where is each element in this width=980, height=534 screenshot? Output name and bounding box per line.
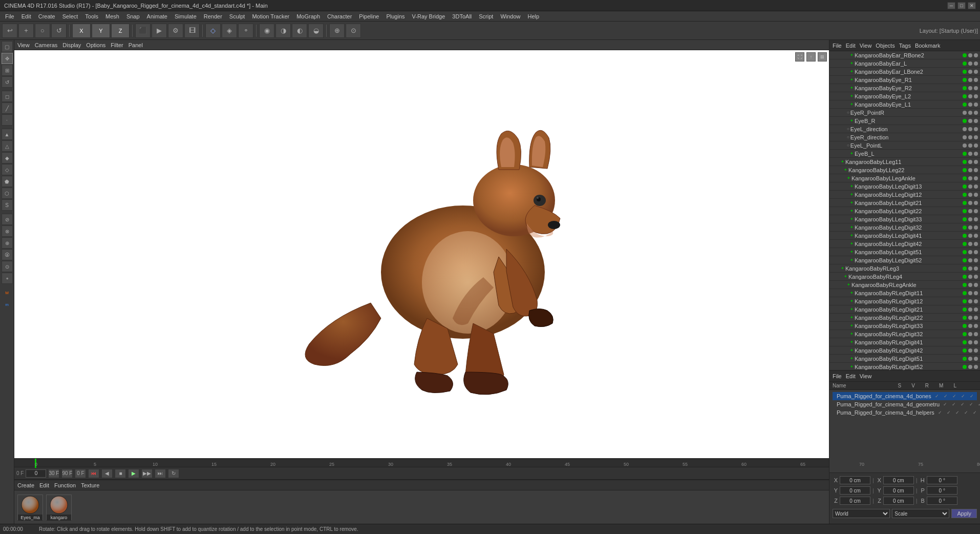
tool-maxon1[interactable]: M (2, 287, 13, 298)
tool-12[interactable]: ⊙ (2, 261, 13, 272)
coord-z-size[interactable] (883, 497, 914, 505)
vp-icon-grid[interactable]: ⊞ (818, 52, 827, 61)
extra-btn1[interactable]: ⊕ (329, 24, 345, 38)
coord-h-val[interactable] (927, 476, 957, 484)
rp-menu-view[interactable]: View (860, 43, 872, 49)
tool-rotate[interactable]: ↺ (2, 76, 13, 88)
tool-select[interactable]: ▢ (2, 41, 13, 52)
open-button[interactable]: ↺ (51, 24, 67, 38)
obj-row[interactable]: ✦KangarooBabyEye_L1 (829, 100, 980, 109)
vp-menu-cameras[interactable]: Cameras (35, 42, 58, 48)
tool-edge[interactable]: ╱ (2, 102, 13, 114)
viewport[interactable]: ⛶ ↑ ⊞ (14, 50, 829, 458)
menu-tools[interactable]: Tools (82, 12, 101, 20)
coord-mode-select[interactable]: Scale Move Rotate (892, 509, 949, 518)
frame-input[interactable] (26, 469, 46, 478)
coord-y-pos[interactable] (840, 486, 870, 495)
minimize-button[interactable]: ─ (947, 2, 955, 9)
menu-edit[interactable]: Edit (18, 12, 34, 20)
render-to-po-button[interactable]: 🎞 (184, 24, 200, 38)
paint-tool-button[interactable]: ◒ (308, 24, 324, 38)
scene-tool-button[interactable]: ◑ (275, 24, 291, 38)
obj-row[interactable]: ✦KangarooBabyRLegDigit22 (829, 314, 980, 322)
obj-row[interactable]: ✦KangarooBabyLLegDigit41 (829, 232, 980, 240)
obj-row[interactable]: ✦KangarooBabyLLegAnkle (829, 174, 980, 182)
menu-render[interactable]: Render (201, 12, 225, 20)
menu-simulate[interactable]: Simulate (172, 12, 200, 20)
vp-menu-panel[interactable]: Panel (129, 42, 143, 48)
rp-menu-objects[interactable]: Objects (876, 43, 894, 49)
menu-animate[interactable]: Animate (144, 12, 171, 20)
coord-x-pos[interactable] (840, 476, 870, 484)
obj-row[interactable]: ✦KangarooBabyEye_R1 (829, 76, 980, 84)
tool-1[interactable]: ▲ (2, 129, 13, 140)
menu-pipeline[interactable]: Pipeline (356, 12, 382, 20)
btn-startframe[interactable]: 0 F (75, 469, 86, 478)
model-mode-button[interactable]: ◇ (205, 24, 221, 38)
apply-button[interactable]: Apply (951, 509, 977, 518)
menu-character[interactable]: Character (324, 12, 355, 20)
obj-row[interactable]: ✦KangarooBabyRLegDigit51 (829, 355, 980, 363)
obj-row[interactable]: ✦KangarooBabyRLegAnkle (829, 281, 980, 289)
rp-menu-tags[interactable]: Tags (899, 43, 911, 49)
obj-row[interactable]: ○EyeR_direction (829, 133, 980, 141)
tool-maxon2[interactable]: m (2, 299, 13, 310)
tool-2[interactable]: △ (2, 140, 13, 152)
obj-row[interactable]: ✦KangarooBabyLLegDigit42 (829, 240, 980, 248)
rbot-item[interactable]: Puma_Rigged_for_cinema_4d_bones✓✓✓✓✓ (833, 392, 977, 400)
obj-row[interactable]: ✦KangarooBabyLLeg11 (829, 158, 980, 166)
obj-row[interactable]: ✦KangarooBabyRLegDigit21 (829, 305, 980, 314)
object-tool-button[interactable]: ◉ (259, 24, 274, 38)
menu-script[interactable]: Script (476, 12, 496, 20)
coord-x-size[interactable] (883, 476, 914, 484)
menu-v-ray-bridge[interactable]: V-Ray Bridge (409, 12, 449, 20)
obj-row[interactable]: ○EyeR_PointR (829, 109, 980, 117)
coord-space-select[interactable]: World Object Parent (833, 509, 890, 518)
menu-3dtoall[interactable]: 3DToAll (449, 12, 475, 20)
obj-row[interactable]: ○EyeL_PointL (829, 141, 980, 150)
tool-scale[interactable]: ⊞ (2, 65, 13, 76)
vp-menu-display[interactable]: Display (62, 42, 81, 48)
tool-poly[interactable]: ◻ (2, 91, 13, 102)
btn-record[interactable]: ⏮ (88, 469, 99, 478)
mat-menu-texture[interactable]: Texture (81, 482, 99, 488)
render-settings-button[interactable]: ⚙ (168, 24, 183, 38)
new-button[interactable]: ○ (35, 24, 50, 38)
obj-row[interactable]: ✦KangarooBabyEye_R2 (829, 84, 980, 92)
btn-play[interactable]: ▶ (128, 469, 139, 478)
obj-row[interactable]: ✦KangarooBabyRLegDigit11 (829, 289, 980, 297)
rbot-menu-file[interactable]: File (833, 373, 842, 379)
obj-row[interactable]: ✦KangarooBabyLLegDigit52 (829, 256, 980, 264)
menu-file[interactable]: File (2, 12, 17, 20)
coord-p-val[interactable] (927, 486, 957, 495)
btn-fps[interactable]: 30 F (48, 469, 59, 478)
obj-row[interactable]: ✦KangarooBabyLLegDigit13 (829, 182, 980, 191)
coord-b-val[interactable] (927, 497, 957, 505)
menu-select[interactable]: Select (59, 12, 81, 20)
obj-row[interactable]: ✦KangarooBabyRLegDigit41 (829, 338, 980, 346)
tool-3[interactable]: ◆ (2, 152, 13, 163)
obj-row[interactable]: ✦KangarooBabyLLegDigit51 (829, 248, 980, 256)
mat-menu-create[interactable]: Create (17, 482, 34, 488)
tool-4[interactable]: ◇ (2, 164, 13, 175)
obj-row[interactable]: ✦KangarooBabyRLeg3 (829, 264, 980, 273)
menu-snap[interactable]: Snap (123, 12, 143, 20)
obj-row[interactable]: ✦KangarooBabyLLeg22 (829, 166, 980, 174)
tool-11[interactable]: ⦿ (2, 249, 13, 260)
obj-row[interactable]: ✦KangarooBabyLLegDigit33 (829, 215, 980, 223)
object-tree[interactable]: ✦KangarooBabyEar_RBone2✦KangarooBabyEar_… (829, 51, 980, 370)
menu-mesh[interactable]: Mesh (102, 12, 122, 20)
obj-row[interactable]: ✦KangarooBabyLLegDigit12 (829, 191, 980, 199)
redo-button[interactable]: + (18, 24, 34, 38)
btn-prev[interactable]: ◀ (101, 469, 113, 478)
btn-end[interactable]: ⏭ (155, 469, 166, 478)
obj-row[interactable]: ✦KangarooBabyRLegDigit52 (829, 363, 980, 370)
material-thumbnail[interactable]: kangaro (46, 495, 72, 520)
undo-button[interactable]: ↩ (2, 24, 17, 38)
obj-row[interactable]: ✦KangarooBabyLLegDigit32 (829, 223, 980, 232)
mat-menu-function[interactable]: Function (54, 482, 76, 488)
btn-endframe[interactable]: 90 F (61, 469, 73, 478)
rbot-menu-view[interactable]: View (860, 373, 872, 379)
material-thumbnail[interactable]: Eyes_ma (17, 495, 43, 520)
move-tool-x[interactable]: X (72, 24, 91, 38)
